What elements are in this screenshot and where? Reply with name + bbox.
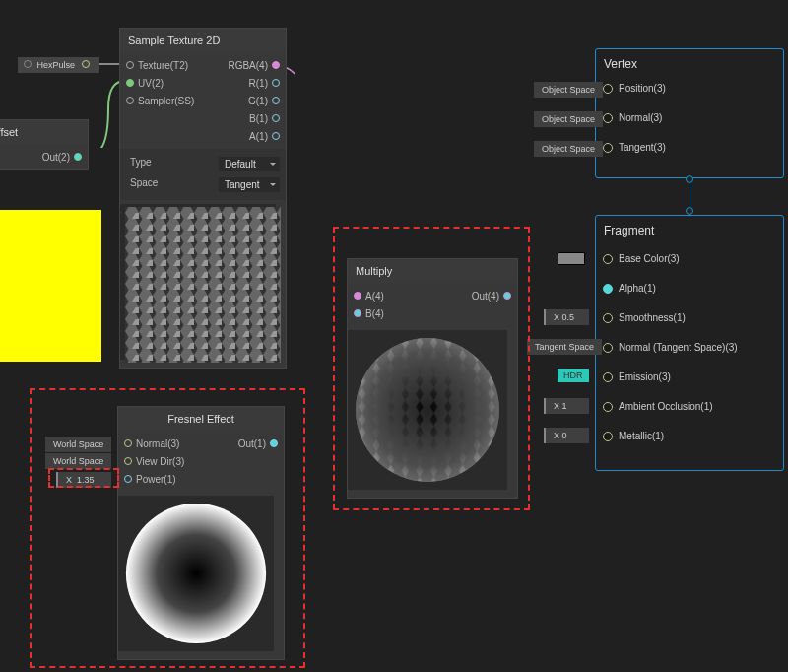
uv-port[interactable] <box>126 79 134 87</box>
g-label: G(1) <box>248 96 268 106</box>
fragment-title: Fragment <box>604 224 775 237</box>
vertex-pos-tag[interactable]: Object Space <box>534 82 603 98</box>
r-label: R(1) <box>249 78 268 89</box>
metallic-label: Metallic(1) <box>619 431 664 441</box>
vertex-tan-port[interactable] <box>603 143 613 153</box>
offset-out-label: Out(2) <box>42 152 70 163</box>
emission-port[interactable] <box>603 372 613 382</box>
texture-label: Texture(T2) <box>138 60 188 71</box>
vertex-norm-label: Normal(3) <box>619 112 662 123</box>
sampler-port[interactable] <box>126 97 134 104</box>
space-dropdown[interactable]: Tangent <box>219 177 280 192</box>
smooth-field[interactable]: X 0.5 <box>544 309 589 325</box>
frag-normal-label: Normal (Tangent Space)(3) <box>619 342 738 353</box>
metallic-field[interactable]: X 0 <box>544 428 589 443</box>
space-label: Space <box>130 177 158 192</box>
color-preview <box>0 210 101 362</box>
smooth-port[interactable] <box>603 313 613 323</box>
output-port[interactable] <box>82 60 90 68</box>
connector-dot <box>686 207 693 215</box>
a-port[interactable] <box>272 132 280 140</box>
frag-normal-port[interactable] <box>603 343 613 353</box>
rgba-port[interactable] <box>272 61 280 69</box>
highlight-power-value <box>48 468 119 488</box>
vertex-title: Vertex <box>604 57 775 71</box>
alpha-port[interactable] <box>603 284 613 294</box>
type-label: Type <box>130 157 152 171</box>
texture-port[interactable] <box>126 61 134 69</box>
basecolor-label: Base Color(3) <box>619 253 680 264</box>
offset-node[interactable]: Offset Out(2) <box>0 119 89 170</box>
b-label: B(1) <box>249 113 268 124</box>
vertex-norm-port[interactable] <box>603 113 613 123</box>
hex-pattern-preview <box>125 207 281 363</box>
vertex-norm-tag[interactable]: Object Space <box>534 111 603 127</box>
basecolor-chip[interactable] <box>558 252 585 265</box>
frag-normal-tag[interactable]: Tangent Space <box>527 339 602 355</box>
shader-graph-canvas[interactable]: HexPulse Offset Out(2) Sample Texture 2D… <box>0 0 788 672</box>
basecolor-port[interactable] <box>603 254 613 264</box>
sampler-label: Sampler(SS) <box>138 96 194 106</box>
hdr-tag[interactable]: HDR <box>558 369 589 382</box>
vertex-pos-label: Position(3) <box>619 83 666 94</box>
offset-out-port[interactable] <box>74 153 82 161</box>
vertex-tan-tag[interactable]: Object Space <box>534 141 603 157</box>
master-connector <box>690 180 690 210</box>
highlight-fresnel <box>30 388 305 668</box>
g-port[interactable] <box>272 97 280 104</box>
b-port[interactable] <box>272 114 280 122</box>
alpha-label: Alpha(1) <box>619 283 656 294</box>
vertex-tan-label: Tangent(3) <box>619 142 666 153</box>
hexpulse-label: HexPulse <box>37 60 76 70</box>
offset-title: Offset <box>0 120 88 144</box>
connector-dot <box>686 175 693 183</box>
ao-label: Ambient Occlusion(1) <box>619 401 713 412</box>
r-port[interactable] <box>272 79 280 87</box>
rgba-label: RGBA(4) <box>228 60 268 71</box>
uv-label: UV(2) <box>138 78 164 89</box>
metallic-port[interactable] <box>603 432 613 441</box>
emission-label: Emission(3) <box>619 371 671 382</box>
svg-rect-4 <box>125 207 281 363</box>
sample-texture-title: Sample Texture 2D <box>120 29 286 52</box>
hexpulse-property[interactable]: HexPulse <box>18 57 98 73</box>
smooth-label: Smoothness(1) <box>619 312 686 323</box>
type-dropdown[interactable]: Default <box>219 157 280 171</box>
ao-field[interactable]: X 1 <box>544 398 589 414</box>
module-icon <box>24 60 32 68</box>
ao-port[interactable] <box>603 402 613 412</box>
vertex-pos-port[interactable] <box>603 84 613 94</box>
a-label: A(1) <box>249 131 268 142</box>
highlight-multiply <box>333 227 530 510</box>
